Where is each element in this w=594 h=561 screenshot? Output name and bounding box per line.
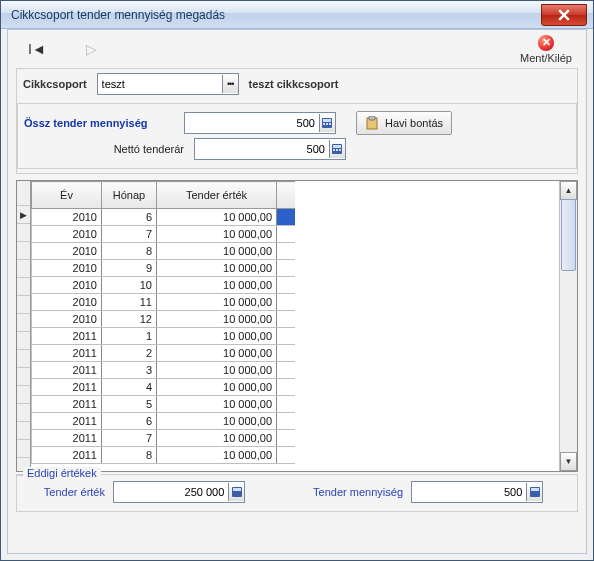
table-row[interactable]: 20101210 000,0020,00 xyxy=(32,311,296,328)
cell-menny[interactable]: 20,00 xyxy=(277,226,296,243)
cell-ev[interactable]: 2011 xyxy=(32,362,102,379)
cell-ertek[interactable]: 10 000,00 xyxy=(157,294,277,311)
cell-honap[interactable]: 3 xyxy=(102,362,157,379)
cell-honap[interactable]: 4 xyxy=(102,379,157,396)
table-row[interactable]: 2011810 000,0020,00 xyxy=(32,447,296,464)
cell-menny[interactable]: 20,00 xyxy=(277,260,296,277)
cell-ev[interactable]: 2011 xyxy=(32,379,102,396)
column-header[interactable]: Mennyiség xyxy=(277,182,296,209)
ossz-input[interactable] xyxy=(185,114,319,132)
cell-ev[interactable]: 2010 xyxy=(32,311,102,328)
cell-honap[interactable]: 2 xyxy=(102,345,157,362)
cell-ev[interactable]: 2010 xyxy=(32,277,102,294)
cell-menny[interactable]: 20,00 xyxy=(277,430,296,447)
cell-ertek[interactable]: 10 000,00 xyxy=(157,362,277,379)
title-bar[interactable]: Cikkcsoport tender mennyiség megadás xyxy=(1,1,593,29)
cell-ev[interactable]: 2011 xyxy=(32,413,102,430)
cell-ev[interactable]: 2010 xyxy=(32,294,102,311)
cell-menny[interactable]: 20,00 xyxy=(277,294,296,311)
data-grid[interactable]: ▶ ÉvHónapTender értékMennyiség 2010610 0… xyxy=(16,180,578,472)
cell-menny[interactable]: 20,00 xyxy=(277,396,296,413)
cell-honap[interactable]: 8 xyxy=(102,447,157,464)
cell-menny[interactable]: 20,00 xyxy=(277,243,296,260)
netto-field[interactable] xyxy=(194,138,346,160)
table-row[interactable]: 20101110 000,0020,00 xyxy=(32,294,296,311)
cell-honap[interactable]: 5 xyxy=(102,396,157,413)
cell-honap[interactable]: 10 xyxy=(102,277,157,294)
cell-menny[interactable]: 20,00 xyxy=(277,447,296,464)
column-header[interactable]: Év xyxy=(32,182,102,209)
ellipsis-button[interactable]: ••• xyxy=(222,75,238,93)
cell-honap[interactable]: 1 xyxy=(102,328,157,345)
tender-menny-input[interactable] xyxy=(412,483,526,501)
tender-ertek-input[interactable] xyxy=(114,483,228,501)
cell-honap[interactable]: 8 xyxy=(102,243,157,260)
table-row[interactable]: 2011610 000,0020,00 xyxy=(32,413,296,430)
cell-ertek[interactable]: 10 000,00 xyxy=(157,209,277,226)
cell-menny[interactable]: 20,00 xyxy=(277,209,296,226)
cell-ertek[interactable]: 10 000,00 xyxy=(157,311,277,328)
table-row[interactable]: 2010910 000,0020,00 xyxy=(32,260,296,277)
cell-ev[interactable]: 2010 xyxy=(32,260,102,277)
cell-menny[interactable]: 20,00 xyxy=(277,345,296,362)
cell-honap[interactable]: 7 xyxy=(102,430,157,447)
havi-bontas-button[interactable]: Havi bontás xyxy=(356,111,452,135)
nav-first-button[interactable]: I◄ xyxy=(28,41,46,57)
table-row[interactable]: 2011710 000,0020,00 xyxy=(32,430,296,447)
table-row[interactable]: 2011510 000,0020,00 xyxy=(32,396,296,413)
cikkcsoport-combo[interactable]: ••• xyxy=(97,73,239,95)
column-header[interactable]: Hónap xyxy=(102,182,157,209)
cell-menny[interactable]: 20,00 xyxy=(277,311,296,328)
scroll-thumb[interactable] xyxy=(561,199,576,271)
table-row[interactable]: 2011110 000,0020,00 xyxy=(32,328,296,345)
cell-ev[interactable]: 2011 xyxy=(32,430,102,447)
cell-ev[interactable]: 2011 xyxy=(32,345,102,362)
cell-ev[interactable]: 2010 xyxy=(32,226,102,243)
cell-ev[interactable]: 2010 xyxy=(32,243,102,260)
cell-menny[interactable]: 20,00 xyxy=(277,328,296,345)
cell-menny[interactable]: 20,00 xyxy=(277,362,296,379)
cell-honap[interactable]: 6 xyxy=(102,209,157,226)
close-button[interactable] xyxy=(541,4,587,26)
cell-menny[interactable]: 20,00 xyxy=(277,413,296,430)
cell-ertek[interactable]: 10 000,00 xyxy=(157,328,277,345)
table-row[interactable]: 2010710 000,0020,00 xyxy=(32,226,296,243)
scroll-down-icon[interactable]: ▼ xyxy=(560,452,577,471)
cell-honap[interactable]: 12 xyxy=(102,311,157,328)
table-row[interactable]: 2011310 000,0020,00 xyxy=(32,362,296,379)
cell-ertek[interactable]: 10 000,00 xyxy=(157,447,277,464)
cell-honap[interactable]: 7 xyxy=(102,226,157,243)
table-row[interactable]: 20101010 000,0020,00 xyxy=(32,277,296,294)
cell-honap[interactable]: 11 xyxy=(102,294,157,311)
ossz-field[interactable] xyxy=(184,112,336,134)
cell-menny[interactable]: 20,00 xyxy=(277,379,296,396)
tender-ertek-field[interactable] xyxy=(113,481,245,503)
cikkcsoport-input[interactable] xyxy=(98,75,222,93)
netto-input[interactable] xyxy=(195,140,329,158)
cell-ev[interactable]: 2011 xyxy=(32,328,102,345)
vertical-scrollbar[interactable]: ▲ ▼ xyxy=(559,181,577,471)
tender-menny-field[interactable] xyxy=(411,481,543,503)
cell-ertek[interactable]: 10 000,00 xyxy=(157,277,277,294)
calculator-icon[interactable] xyxy=(228,483,244,501)
table-row[interactable]: 2010810 000,0020,00 xyxy=(32,243,296,260)
cell-menny[interactable]: 20,00 xyxy=(277,277,296,294)
table-row[interactable]: 2011410 000,0020,00 xyxy=(32,379,296,396)
cell-ertek[interactable]: 10 000,00 xyxy=(157,226,277,243)
column-header[interactable]: Tender érték xyxy=(157,182,277,209)
table-row[interactable]: 2010610 000,0020,00 xyxy=(32,209,296,226)
calculator-icon[interactable] xyxy=(319,114,335,132)
save-exit-button[interactable]: ✕ Ment/Kilép xyxy=(520,35,572,64)
table-row[interactable]: 2011210 000,0020,00 xyxy=(32,345,296,362)
cell-ertek[interactable]: 10 000,00 xyxy=(157,430,277,447)
scroll-up-icon[interactable]: ▲ xyxy=(560,181,577,200)
calculator-icon[interactable] xyxy=(329,140,345,158)
cell-honap[interactable]: 6 xyxy=(102,413,157,430)
cell-ertek[interactable]: 10 000,00 xyxy=(157,396,277,413)
cell-ertek[interactable]: 10 000,00 xyxy=(157,243,277,260)
cell-honap[interactable]: 9 xyxy=(102,260,157,277)
cell-ertek[interactable]: 10 000,00 xyxy=(157,345,277,362)
cell-ev[interactable]: 2011 xyxy=(32,396,102,413)
cell-ev[interactable]: 2011 xyxy=(32,447,102,464)
cell-ev[interactable]: 2010 xyxy=(32,209,102,226)
